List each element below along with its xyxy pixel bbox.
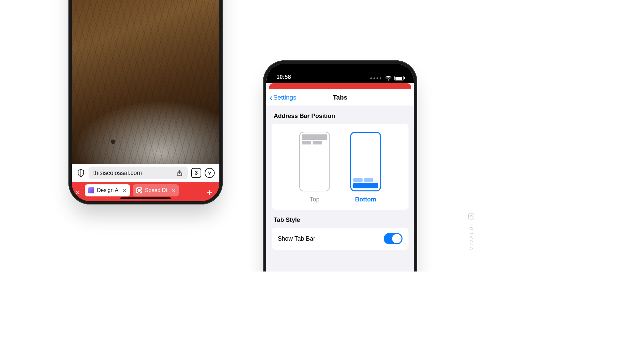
address-bar[interactable]: thisiscolossal.com	[89, 167, 188, 179]
dynamic-island	[315, 68, 365, 80]
phone-mock-browser: thisiscolossal.com 3 ✕	[68, 0, 223, 204]
vivaldi-watermark: VIVALDI	[468, 214, 474, 250]
phone-mock-settings: 10:58 ●●●● ‹ Settings Tabs Address Bar P…	[263, 60, 417, 272]
show-tab-bar-label: Show Tab Bar	[278, 235, 315, 242]
close-icon[interactable]: ✕	[122, 187, 127, 194]
section-header-tab-style: Tab Style	[266, 210, 414, 228]
tab-active[interactable]: Design A ✕	[85, 184, 130, 196]
address-url: thisiscolossal.com	[93, 170, 142, 177]
close-icon[interactable]: ✕	[72, 189, 82, 196]
position-option-bottom[interactable]: Bottom	[350, 132, 381, 203]
battery-icon	[394, 76, 404, 80]
tab-label: Design A	[97, 187, 118, 193]
wifi-icon	[385, 76, 392, 80]
chevron-left-icon: ‹	[270, 93, 273, 102]
tab-count-value: 3	[195, 170, 198, 176]
show-tab-bar-row: Show Tab Bar	[272, 228, 409, 250]
watermark-text: VIVALDI	[469, 223, 474, 250]
section-header-address-bar: Address Bar Position	[266, 106, 414, 124]
position-preview-bottom	[350, 132, 381, 191]
tab-bar: ✕ Design A ✕ Speed Di ✕ +	[72, 182, 219, 201]
back-label: Settings	[273, 94, 297, 101]
vivaldi-menu-icon[interactable]	[205, 168, 215, 178]
cellular-icon: ●●●●	[370, 76, 382, 80]
tracker-shield-icon[interactable]	[76, 168, 85, 178]
webpage-hero-image	[72, 0, 219, 164]
favicon-icon	[88, 187, 94, 193]
position-preview-top	[299, 132, 330, 191]
address-bar-position-card: Top Bottom	[272, 124, 409, 210]
vivaldi-logo-icon	[468, 214, 474, 220]
phone-screen: thisiscolossal.com 3 ✕	[72, 0, 219, 201]
status-time: 10:58	[276, 74, 291, 80]
home-indicator	[120, 197, 171, 199]
page-title: Tabs	[333, 94, 347, 101]
share-icon[interactable]	[176, 169, 183, 177]
tab-inactive[interactable]: Speed Di ✕	[133, 184, 179, 196]
phone-screen: 10:58 ●●●● ‹ Settings Tabs Address Bar P…	[266, 64, 414, 272]
position-label-top: Top	[310, 196, 319, 203]
tab-count-button[interactable]: 3	[191, 168, 201, 178]
tab-style-card: Show Tab Bar	[272, 228, 409, 250]
status-icons: ●●●●	[370, 76, 404, 80]
nav-header: ‹ Settings Tabs	[266, 89, 414, 106]
back-button[interactable]: ‹ Settings	[270, 93, 296, 102]
position-option-top[interactable]: Top	[299, 132, 330, 203]
app-accent-strip	[269, 83, 411, 89]
position-chooser: Top Bottom	[272, 124, 409, 210]
show-tab-bar-toggle[interactable]	[384, 233, 402, 244]
favicon-icon	[136, 187, 142, 193]
new-tab-button[interactable]: +	[203, 188, 216, 198]
tab-label: Speed Di	[145, 187, 167, 193]
position-label-bottom: Bottom	[355, 196, 376, 203]
browser-toolbar: thisiscolossal.com 3	[72, 164, 219, 182]
close-icon[interactable]: ✕	[171, 187, 175, 194]
